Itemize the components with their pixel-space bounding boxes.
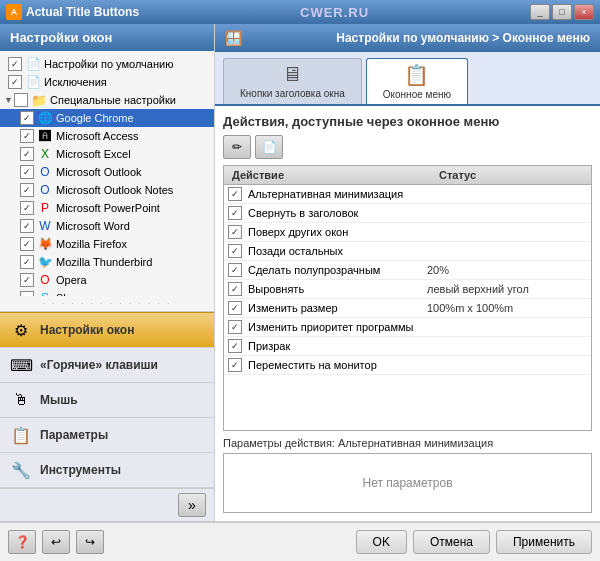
expand-nav-button[interactable]: »	[178, 493, 206, 517]
table-row[interactable]: Изменить размер 100%m x 100%m	[224, 299, 591, 318]
excel-icon: X	[37, 146, 53, 162]
tab-window-menu[interactable]: 📋 Оконное меню	[366, 58, 468, 104]
tree-label-word: Microsoft Word	[56, 220, 130, 232]
tree-item-access[interactable]: 🅰 Microsoft Access	[0, 127, 214, 145]
close-button[interactable]: ×	[574, 4, 594, 20]
tree-item-special[interactable]: ▼ 📁 Специальные настройки	[0, 91, 214, 109]
nav-item-tools[interactable]: 🔧 Инструменты	[0, 453, 214, 488]
row-check-5[interactable]	[228, 282, 242, 296]
tree-label-exceptions: Исключения	[44, 76, 107, 88]
row-check-0[interactable]	[228, 187, 242, 201]
row-check-6[interactable]	[228, 301, 242, 315]
tree-check-outlook[interactable]	[20, 165, 34, 179]
thunderbird-icon: 🐦	[37, 254, 53, 270]
right-header: 🪟 Настройки по умолчанию > Оконное меню	[215, 24, 600, 52]
table-row[interactable]: Сделать полупрозрачным 20%	[224, 261, 591, 280]
maximize-button[interactable]: □	[552, 4, 572, 20]
tree-check-thunderbird[interactable]	[20, 255, 34, 269]
row-check-9[interactable]	[228, 358, 242, 372]
title-bar: A Actual Title Buttons CWER.RU _ □ ×	[0, 0, 600, 24]
row-action-5: Выровнять	[248, 283, 427, 295]
col-status: Статус	[431, 166, 591, 184]
undo-button[interactable]: ↩	[42, 530, 70, 554]
row-check-4[interactable]	[228, 263, 242, 277]
tree-label-defaults: Настройки по умолчанию	[44, 58, 173, 70]
cancel-button[interactable]: Отмена	[413, 530, 490, 554]
tree-check-special[interactable]	[14, 93, 28, 107]
nav-sidebar: ⚙ Настройки окон ⌨ «Горячие» клавиши 🖱 М…	[0, 311, 214, 488]
content-area: Действия, доступные через оконное меню ✏…	[215, 106, 600, 521]
tree-item-powerpoint[interactable]: P Microsoft PowerPoint	[0, 199, 214, 217]
tree-label-outlook-notes: Microsoft Outlook Notes	[56, 184, 173, 196]
title-bar-left: A Actual Title Buttons	[6, 4, 139, 20]
table-row[interactable]: Позади остальных	[224, 242, 591, 261]
tree-item-exceptions[interactable]: 📄 Исключения	[0, 73, 214, 91]
table-row[interactable]: Альтернативная минимизация	[224, 185, 591, 204]
nav-item-settings[interactable]: ⚙ Настройки окон	[0, 312, 214, 348]
copy-action-button[interactable]: 📄	[255, 135, 283, 159]
tree-check-opera[interactable]	[20, 273, 34, 287]
tree-item-outlook[interactable]: O Microsoft Outlook	[0, 163, 214, 181]
tree-item-excel[interactable]: X Microsoft Excel	[0, 145, 214, 163]
divider-dots: · · · · · · · · · · · · · ·	[0, 296, 214, 311]
tree-item-thunderbird[interactable]: 🐦 Mozilla Thunderbird	[0, 253, 214, 271]
settings-nav-icon: ⚙	[10, 319, 32, 341]
help-button[interactable]: ❓	[8, 530, 36, 554]
tree-item-outlook-notes[interactable]: O Microsoft Outlook Notes	[0, 181, 214, 199]
tab-titlebar-label: Кнопки заголовка окна	[240, 88, 345, 99]
table-row[interactable]: Поверх других окон	[224, 223, 591, 242]
row-check-3[interactable]	[228, 244, 242, 258]
edit-action-button[interactable]: ✏	[223, 135, 251, 159]
right-panel-icon: 🪟	[225, 30, 242, 46]
tree-check-chrome[interactable]	[20, 111, 34, 125]
outlook-notes-icon: O	[37, 182, 53, 198]
tree-item-firefox[interactable]: 🦊 Mozilla Firefox	[0, 235, 214, 253]
redo-button[interactable]: ↪	[76, 530, 104, 554]
nav-item-hotkeys[interactable]: ⌨ «Горячие» клавиши	[0, 348, 214, 383]
nav-item-params[interactable]: 📋 Параметры	[0, 418, 214, 453]
row-action-8: Призрак	[248, 340, 427, 352]
table-row[interactable]: Переместить на монитор	[224, 356, 591, 375]
tree-check-outlook-notes[interactable]	[20, 183, 34, 197]
tree-item-chrome[interactable]: 🌐 Google Chrome	[0, 109, 214, 127]
row-check-1[interactable]	[228, 206, 242, 220]
row-check-8[interactable]	[228, 339, 242, 353]
copy-icon: 📄	[262, 140, 277, 154]
tree-check-word[interactable]	[20, 219, 34, 233]
bottom-right-buttons: OK Отмена Применить	[356, 530, 592, 554]
hotkeys-nav-icon: ⌨	[10, 354, 32, 376]
nav-item-mouse[interactable]: 🖱 Мышь	[0, 383, 214, 418]
tree-check-defaults[interactable]	[8, 57, 22, 71]
col-action: Действие	[224, 166, 431, 184]
table-row[interactable]: Свернуть в заголовок	[224, 204, 591, 223]
help-icon: ❓	[15, 535, 30, 549]
watermark: CWER.RU	[300, 5, 369, 20]
row-check-7[interactable]	[228, 320, 242, 334]
tree-check-powerpoint[interactable]	[20, 201, 34, 215]
expand-icon-special[interactable]: ▼	[4, 95, 14, 105]
table-scroll-content[interactable]: Действие Статус Альтернативная минимизац…	[224, 166, 591, 430]
row-status-5: левый верхний угол	[427, 283, 587, 295]
actions-table: Действие Статус Альтернативная минимизац…	[223, 165, 592, 431]
tree-check-excel[interactable]	[20, 147, 34, 161]
tree-item-defaults[interactable]: 📄 Настройки по умолчанию	[0, 55, 214, 73]
row-check-2[interactable]	[228, 225, 242, 239]
tree-check-access[interactable]	[20, 129, 34, 143]
tree-item-skype[interactable]: S Skype	[0, 289, 214, 296]
minimize-button[interactable]: _	[530, 4, 550, 20]
tab-titlebar[interactable]: 🖥 Кнопки заголовка окна	[223, 58, 362, 104]
tree-check-firefox[interactable]	[20, 237, 34, 251]
tree-check-exceptions[interactable]	[8, 75, 22, 89]
table-header: Действие Статус	[224, 166, 591, 185]
apply-button[interactable]: Применить	[496, 530, 592, 554]
params-label: Параметры действия: Альтернативная миним…	[223, 437, 592, 449]
ok-button[interactable]: OK	[356, 530, 407, 554]
title-bar-controls: _ □ ×	[530, 4, 594, 20]
params-box: Нет параметров	[223, 453, 592, 513]
table-row[interactable]: Призрак	[224, 337, 591, 356]
tree-item-opera[interactable]: O Opera	[0, 271, 214, 289]
tab-titlebar-icon: 🖥	[282, 63, 302, 86]
tree-item-word[interactable]: W Microsoft Word	[0, 217, 214, 235]
table-row[interactable]: Изменить приоритет программы	[224, 318, 591, 337]
table-row[interactable]: Выровнять левый верхний угол	[224, 280, 591, 299]
